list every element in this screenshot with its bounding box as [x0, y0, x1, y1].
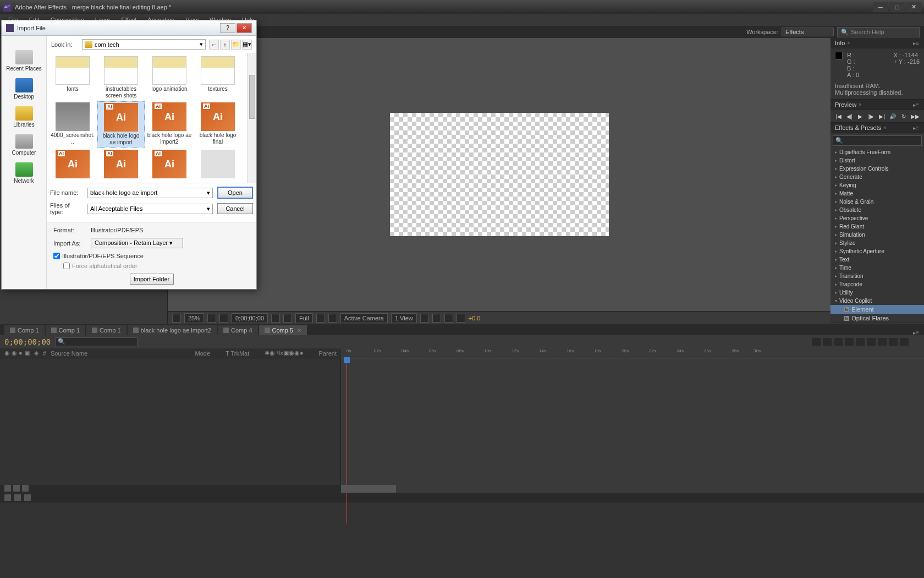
up-button[interactable]: ↑ — [220, 40, 230, 50]
effects-search-input[interactable]: 🔍 — [833, 135, 922, 146]
sidebar-libraries[interactable]: Libraries — [2, 103, 46, 131]
close-button[interactable]: ✕ — [906, 2, 921, 12]
last-frame-button[interactable]: ▶| — [878, 112, 886, 120]
play-button[interactable]: ▶ — [856, 112, 864, 120]
timeline-tool-icon[interactable] — [900, 338, 909, 346]
viewer-icon-4[interactable] — [432, 314, 441, 323]
file-item-folder[interactable]: instructables screen shots — [97, 55, 145, 100]
effect-category[interactable]: Digieffects FreeForm — [831, 148, 924, 156]
dialog-close-button[interactable]: ✕ — [237, 23, 252, 33]
timeline-tool-icon[interactable] — [867, 338, 876, 346]
effect-category[interactable]: Obsolete — [831, 206, 924, 214]
maximize-button[interactable]: □ — [889, 2, 905, 12]
file-item-folder[interactable]: logo animation — [146, 55, 193, 100]
effect-category[interactable]: Keying — [831, 181, 924, 189]
snapshot-icon[interactable] — [271, 314, 280, 323]
file-item-folder[interactable]: textures — [194, 55, 241, 100]
panel-menu-icon[interactable]: ▸≡ — [913, 102, 920, 107]
back-button[interactable]: ← — [209, 40, 219, 50]
force-alpha-checkbox[interactable]: Force alphabetical order — [63, 263, 250, 269]
file-item-ai-selected[interactable]: black hole logo ae import — [97, 101, 145, 148]
timeline-tool-icon[interactable] — [878, 338, 887, 346]
file-item-folder[interactable]: fonts — [49, 55, 96, 100]
sequence-checkbox[interactable]: Illustrator/PDF/EPS Sequence — [53, 253, 250, 259]
effect-category[interactable]: Utility — [831, 288, 924, 297]
viewer-icon-2[interactable] — [219, 314, 228, 323]
toggle-switches-icon[interactable] — [4, 485, 11, 492]
force-alpha-checkbox-input[interactable] — [63, 263, 70, 269]
scrollbar-thumb[interactable] — [249, 75, 255, 119]
effect-category[interactable]: Generate — [831, 173, 924, 181]
timeline-tool-icon[interactable] — [845, 338, 854, 346]
effect-category[interactable]: Transition — [831, 272, 924, 280]
file-scrollbar[interactable] — [248, 53, 256, 183]
preview-close-icon[interactable]: × — [859, 102, 861, 107]
effect-category[interactable]: Simulation — [831, 231, 924, 239]
effect-category[interactable]: Distort — [831, 156, 924, 165]
file-item-ai[interactable] — [146, 149, 193, 181]
col-trkmat[interactable]: T TrkMat — [226, 350, 249, 357]
file-item[interactable] — [194, 149, 241, 181]
timeline-tool-icon[interactable] — [812, 338, 821, 346]
tab-close-icon[interactable]: × — [298, 327, 301, 334]
file-grid[interactable]: fonts instructables screen shots logo an… — [47, 53, 256, 183]
timeline-tab-active[interactable]: Comp 5× — [259, 325, 307, 335]
timeline-tool-icon[interactable] — [856, 338, 865, 346]
exposure-value[interactable]: +0.0 — [469, 315, 481, 321]
grid-icon[interactable] — [328, 314, 337, 323]
camera-select[interactable]: Active Camera — [340, 313, 388, 323]
status-icon[interactable] — [14, 494, 21, 501]
viewer-icon-3[interactable] — [420, 314, 429, 323]
effect-category[interactable]: Red Giant — [831, 222, 924, 231]
dialog-help-button[interactable]: ? — [220, 23, 235, 33]
resolution-select[interactable]: Full — [295, 313, 313, 323]
file-item-ai[interactable] — [97, 149, 145, 181]
viewer-timecode[interactable]: 0;00;00;00 — [232, 313, 268, 323]
sequence-checkbox-input[interactable] — [53, 253, 60, 259]
timeline-timecode[interactable]: 0;00;00;00 — [4, 337, 51, 346]
search-help-input[interactable]: 🔍 Search Help — [837, 27, 920, 37]
next-frame-button[interactable]: |▶ — [867, 112, 875, 120]
col-source-name[interactable]: Source Name — [51, 350, 191, 357]
file-item-image[interactable]: 4000_screenshot... — [49, 101, 96, 148]
timeline-tool-icon[interactable] — [823, 338, 832, 346]
first-frame-button[interactable]: |◀ — [835, 112, 843, 120]
panel-menu-icon[interactable]: ▸≡ — [913, 40, 920, 46]
timeline-scrollbar[interactable] — [0, 485, 924, 493]
toggle-in-out-icon[interactable] — [22, 485, 29, 492]
file-item-ai[interactable]: black hole logo ae import2 — [146, 101, 193, 148]
minimize-button[interactable]: ─ — [873, 2, 888, 12]
effects-close-icon[interactable]: × — [883, 125, 886, 130]
effect-category[interactable]: Text — [831, 255, 924, 264]
col-label-icon[interactable]: ◈ — [34, 350, 38, 357]
effect-category-expanded[interactable]: Video Copilot — [831, 297, 924, 305]
status-icon[interactable] — [24, 494, 31, 501]
file-item-ai[interactable]: black hole logo final — [194, 101, 241, 148]
lookin-select[interactable]: com tech▾ — [82, 39, 206, 50]
view-menu-button[interactable]: ▦▾ — [242, 40, 252, 50]
viewer-icon-1[interactable] — [207, 314, 216, 323]
effects-panel-header[interactable]: Effects & Presets × ▸≡ — [831, 123, 924, 133]
viewer-icon-5[interactable] — [444, 314, 453, 323]
timeline-tracks[interactable] — [341, 358, 924, 485]
col-switches[interactable]: ✱◉ \fx▣◉◉● — [265, 350, 303, 357]
col-parent[interactable]: Parent — [319, 350, 337, 357]
sidebar-network[interactable]: Network — [2, 159, 46, 187]
col-mode[interactable]: Mode — [195, 350, 211, 357]
new-folder-button[interactable]: 📁 — [231, 40, 241, 50]
views-select[interactable]: 1 View — [391, 313, 417, 323]
info-panel-header[interactable]: Info × ▸≡ — [831, 38, 924, 48]
timeline-tab[interactable]: Comp 1 — [86, 325, 127, 335]
import-folder-button[interactable]: Import Folder — [130, 274, 174, 285]
sidebar-desktop[interactable]: Desktop — [2, 75, 46, 103]
workspace-select[interactable]: Effects — [782, 28, 834, 36]
playhead[interactable] — [346, 358, 347, 524]
magnify-icon[interactable] — [172, 314, 181, 323]
timeline-layers[interactable] — [0, 358, 341, 485]
effect-item-optical-flares[interactable]: fxOptical Flares — [831, 314, 924, 323]
effect-item-element[interactable]: fxElement — [831, 305, 924, 314]
channel-icon[interactable] — [283, 314, 292, 323]
effect-category[interactable]: Time — [831, 264, 924, 272]
timeline-tool-icon[interactable] — [834, 338, 843, 346]
toggle-modes-icon[interactable] — [13, 485, 20, 492]
